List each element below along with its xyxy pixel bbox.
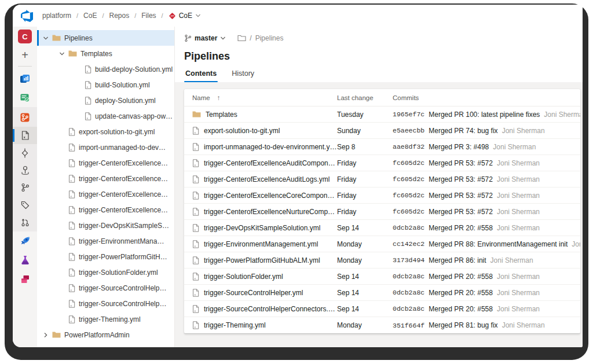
cell-name[interactable]: trigger-SolutionFolder.yml (184, 273, 337, 281)
item-name[interactable]: trigger-DevOpsKitSampleSolution.yml (204, 224, 320, 232)
breadcrumb-repos[interactable]: Repos (109, 12, 130, 20)
tree-item[interactable]: trigger-CenterofExcellence… (37, 202, 174, 218)
commit-message[interactable]: Merged PR 53: #572 (429, 175, 493, 183)
commit-hash[interactable]: fc605d2c (393, 175, 424, 183)
item-name[interactable]: trigger-SourceControlHelper.yml (204, 289, 303, 297)
nav-branches[interactable] (13, 179, 37, 196)
nav-files[interactable] (13, 127, 37, 144)
cell-name[interactable]: trigger-Theming.yml (184, 321, 337, 329)
tree-item[interactable]: trigger-PowerPlatformGitH… (37, 249, 174, 264)
tree-item[interactable]: trigger-DevOpsKitSampleS… (37, 218, 174, 233)
table-row[interactable]: trigger-CenterofExcellenceAuditLogs.yml … (184, 171, 580, 187)
commit-message[interactable]: Merged PR 20: #558 (429, 273, 493, 281)
cell-name[interactable]: trigger-SourceControlHelperConnectors.ym… (184, 305, 337, 313)
chevron-down-icon[interactable] (43, 35, 49, 41)
cell-name[interactable]: trigger-CenterofExcellenceAuditComponent… (184, 159, 337, 167)
commit-message[interactable]: Merged PR 20: #558 (429, 305, 493, 313)
commit-hash[interactable]: 0dcb2a8c (393, 273, 424, 280)
commit-hash[interactable]: 0dcb2a8c (393, 289, 424, 296)
path-current-folder[interactable]: Pipelines (255, 34, 284, 42)
tree-item[interactable]: Pipelines (37, 30, 174, 46)
commit-message[interactable]: Merged PR 53: #572 (429, 159, 493, 167)
commit-hash[interactable]: fc605d2c (393, 208, 424, 215)
tree-item[interactable]: trigger-SolutionFolder.yml (37, 264, 174, 280)
tree-item[interactable]: trigger-CenterofExcellence… (37, 155, 174, 171)
commit-message[interactable]: Merged PR 3: #498 (429, 143, 489, 151)
chevron-down-icon[interactable] (59, 51, 65, 57)
commit-message[interactable]: Merged PR 81: bug fix (429, 321, 497, 329)
item-name[interactable]: trigger-CenterofExcellenceAuditComponent… (204, 159, 337, 167)
tab-contents[interactable]: Contents (184, 66, 218, 82)
azure-devops-logo-icon[interactable] (21, 10, 33, 22)
breadcrumb-project[interactable]: CoE (83, 12, 97, 20)
commit-hash[interactable]: 0dcb2a8c (393, 224, 424, 231)
item-name[interactable]: Templates (206, 111, 237, 119)
nav-pipelines[interactable] (13, 231, 37, 251)
table-row[interactable]: trigger-PowerPlatformGitHubALM.yml Monda… (184, 252, 580, 269)
nav-boards[interactable] (13, 69, 37, 88)
tree-item[interactable]: Templates (37, 46, 174, 61)
branch-selector[interactable]: master (184, 34, 226, 42)
commit-message[interactable]: Merged PR 53: #572 (429, 208, 493, 216)
folder-outline-icon[interactable] (237, 35, 246, 42)
item-name[interactable]: trigger-CenterofExcellenceCoreComponents… (204, 192, 337, 200)
table-row[interactable]: trigger-Theming.yml Monday 351f664f Merg… (184, 317, 580, 333)
commit-message[interactable]: Merged PR 74: bug fix (429, 127, 497, 135)
chevron-right-icon[interactable] (43, 332, 49, 338)
table-row[interactable]: trigger-CenterofExcellenceNurtureCompone… (184, 204, 580, 220)
commit-hash[interactable]: 0dcb2a8c (393, 305, 424, 312)
cell-name[interactable]: trigger-EnvironmentManagement.yml (184, 240, 337, 248)
tree-item[interactable]: trigger-SourceControlHelp… (37, 296, 174, 311)
item-name[interactable]: trigger-CenterofExcellenceAuditLogs.yml (204, 175, 330, 183)
column-header-commits[interactable]: Commits (393, 94, 580, 101)
cell-name[interactable]: trigger-PowerPlatformGitHubALM.yml (184, 256, 337, 264)
tree-item[interactable]: update-canvas-app-own… (37, 108, 174, 124)
breadcrumb-org[interactable]: pplatform (42, 12, 71, 20)
commit-hash[interactable]: 1965ef7c (393, 111, 424, 118)
commit-hash[interactable]: fc605d2c (393, 159, 424, 167)
table-row[interactable]: trigger-DevOpsKitSampleSolution.yml Sep … (184, 220, 580, 236)
breadcrumb-files[interactable]: Files (141, 12, 156, 20)
tree-item[interactable]: trigger-CenterofExcellence… (37, 186, 174, 202)
cell-name[interactable]: trigger-DevOpsKitSampleSolution.yml (184, 224, 337, 232)
add-button[interactable]: + (13, 46, 37, 64)
cell-name[interactable]: Templates (184, 111, 337, 119)
cell-name[interactable]: trigger-CenterofExcellenceAuditLogs.yml (184, 175, 337, 183)
tree-item[interactable]: import-unmanaged-to-dev… (37, 139, 174, 155)
item-name[interactable]: trigger-SourceControlHelperConnectors.ym… (204, 305, 337, 313)
item-name[interactable]: import-unmanaged-to-dev-environment.yml (204, 143, 337, 151)
tree-item[interactable]: build-deploy-Solution.yml (37, 61, 174, 77)
nav-artifacts[interactable] (13, 270, 37, 289)
tree-item[interactable]: PowerPlatformAdmin (37, 327, 174, 343)
item-name[interactable]: trigger-EnvironmentManagement.yml (204, 240, 318, 248)
tree-item[interactable]: build-Solution.yml (37, 77, 174, 93)
nav-repos[interactable] (13, 108, 37, 127)
tree-item[interactable]: trigger-CenterofExcellence… (37, 171, 174, 186)
nav-pushes[interactable] (13, 161, 37, 179)
commit-hash[interactable]: cc142ec2 (393, 240, 424, 248)
commit-message[interactable]: Merged PR 53: #572 (429, 192, 493, 200)
commit-message[interactable]: Merged PR 88: EnvironmentManagement init (429, 240, 568, 248)
commit-hash[interactable]: e5aeecbb (393, 127, 424, 134)
repo-selector[interactable]: CoE (169, 12, 201, 20)
nav-test-plans[interactable] (13, 88, 37, 107)
table-row[interactable]: import-unmanaged-to-dev-environment.yml … (184, 139, 580, 155)
commit-hash[interactable]: 3173d494 (393, 256, 424, 264)
commit-message[interactable]: Merged PR 86: init (429, 256, 486, 264)
nav-tags[interactable] (13, 196, 37, 214)
item-name[interactable]: trigger-Theming.yml (204, 321, 266, 329)
tree-item[interactable]: trigger-SourceControlHelp… (37, 280, 174, 296)
commit-hash[interactable]: 351f664f (393, 322, 424, 329)
table-row[interactable]: export-solution-to-git.yml Sunday e5aeec… (184, 123, 580, 139)
cell-name[interactable]: export-solution-to-git.yml (184, 127, 337, 135)
item-name[interactable]: trigger-SolutionFolder.yml (204, 273, 283, 281)
commit-message[interactable]: Merged PR 20: #558 (429, 224, 493, 232)
item-name[interactable]: trigger-PowerPlatformGitHubALM.yml (204, 256, 320, 264)
table-row[interactable]: trigger-EnvironmentManagement.yml Monday… (184, 236, 580, 252)
tree-item[interactable]: export-solution-to-git.yml (37, 124, 174, 139)
cell-name[interactable]: trigger-CenterofExcellenceNurtureCompone… (184, 208, 337, 216)
column-header-last-change[interactable]: Last change (337, 94, 393, 101)
nav-pull-requests[interactable] (13, 214, 37, 231)
tree-item[interactable]: trigger-Theming.yml (37, 311, 174, 327)
tree-item[interactable]: deploy-Solution.yml (37, 93, 174, 108)
